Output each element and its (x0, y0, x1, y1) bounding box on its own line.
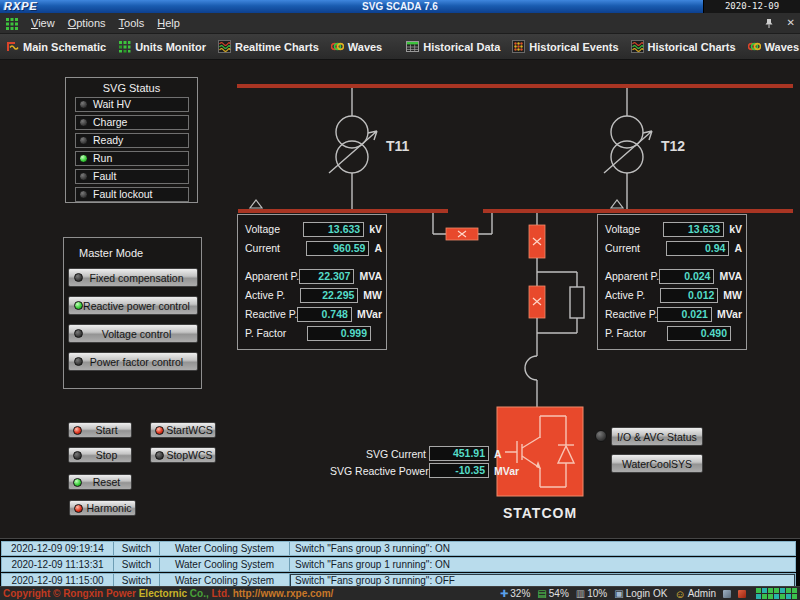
menu-help[interactable]: Help (157, 17, 180, 29)
close-icon[interactable]: ✕ (787, 18, 795, 28)
meter-row: Active P. 0.012 MW (605, 288, 742, 302)
toolbar-waves[interactable]: Waves (331, 40, 382, 53)
harmonic-led (74, 504, 83, 513)
status-label: Ready (93, 134, 123, 147)
master-mode-title: Master Mode (79, 247, 201, 259)
toolbar-historical-events[interactable]: Historical Events (512, 40, 618, 53)
system-tray: ✚ 32% ▤ 54% ▥ 10% ▣ Login OK ☺ Admin (500, 588, 797, 599)
io-avc-status-button[interactable]: I/O & AVC Status (611, 427, 703, 446)
pin-icon[interactable] (764, 18, 774, 29)
waves-records-icon (748, 40, 761, 53)
status-label: Run (93, 152, 112, 165)
login-status-icon: ▣ (614, 589, 623, 599)
network-activity-icon: ✚ (500, 589, 508, 599)
start-led (73, 426, 82, 435)
realtime-charts-icon (218, 40, 231, 53)
toolbar-waves-records[interactable]: Waves Records (748, 40, 800, 53)
reset-led (73, 478, 82, 487)
toolbar: Main Schematic Units Monitor Realtime Ch… (0, 34, 800, 60)
log-type: Switch (114, 558, 160, 571)
log-type: Switch (114, 542, 160, 555)
io-avc-led (595, 430, 607, 442)
mode-button-power-factor-control[interactable]: Power factor control (68, 352, 198, 371)
reset-button[interactable]: Reset (68, 474, 132, 490)
stop-led (73, 451, 82, 460)
watercoolsys-button[interactable]: WaterCoolSYS (611, 454, 703, 473)
log-row[interactable]: 2020-12-09 11:13:31 Switch Water Cooling… (1, 557, 796, 572)
status-label: Wait HV (93, 98, 131, 111)
tray-disk-usage: ▥ 10% (576, 588, 607, 599)
alarm-icon (738, 590, 746, 598)
meter-row: Active P. 22.295 MW (245, 288, 382, 302)
title-bar: RXPE SVG SCADA 7.6 2020-12-09 11:20:15 (0, 0, 800, 13)
schematic-area: T11 T12 (0, 60, 800, 538)
meter-row: Reactive P. 0.748 MVar (245, 307, 382, 321)
reactive-power-value: 0.021 (657, 307, 712, 322)
memory-icon: ▤ (537, 589, 546, 599)
historical-events-icon (512, 40, 525, 53)
power-factor-control-led (74, 357, 83, 366)
window-title: SVG SCADA 7.6 (0, 0, 800, 13)
app-grid-icon (5, 17, 18, 30)
status-label: Charge (93, 116, 127, 129)
meter-row: Voltage 13.633 kV (605, 222, 742, 236)
log-time: 2020-12-09 11:13:31 (2, 558, 114, 571)
reactive-power-control-led (74, 301, 83, 310)
status-label: Fault (93, 170, 116, 183)
log-system: Water Cooling System (160, 542, 290, 555)
log-message: Switch "Fans group 3 running": ON (290, 542, 795, 555)
website-link[interactable]: http://www.rxpe.com/ (233, 588, 334, 599)
apparent-power-value: 0.024 (659, 269, 714, 284)
meter-row: P. Factor 0.999 (245, 326, 382, 340)
status-indicator-charge: Charge (75, 115, 189, 130)
log-row[interactable]: 2020-12-09 09:19:14 Switch Water Cooling… (1, 541, 796, 556)
t12-measurement-panel: Voltage 13.633 kV Current 0.94 A Apparen… (597, 214, 747, 350)
meter-row: P. Factor 0.490 (605, 326, 742, 340)
historical-data-icon (406, 40, 419, 53)
transformer-t12-label: T12 (661, 138, 685, 154)
active-power-value: 22.295 (300, 288, 358, 303)
harmonic-button[interactable]: Harmonic (69, 500, 136, 516)
mode-button-fixed-compensation[interactable]: Fixed compensation (68, 268, 198, 287)
master-mode-panel: Master Mode Fixed compensation Reactive … (63, 237, 202, 389)
power-factor-value: 0.999 (307, 326, 371, 341)
tray-user[interactable]: ☺ Admin (674, 588, 716, 599)
charge-led (79, 118, 88, 127)
tray-login-status[interactable]: ▣ Login OK (614, 588, 667, 599)
run-led (79, 154, 88, 163)
start-button[interactable]: Start (68, 422, 132, 438)
meter-row: Current 0.94 A (605, 241, 742, 255)
statcom-label: STATCOM (503, 505, 577, 521)
meter-row: Apparent P. 22.307 MVA (245, 269, 382, 283)
meter-row: Apparent P. 0.024 MVA (605, 269, 742, 283)
toolbar-units-monitor[interactable]: Units Monitor (118, 40, 206, 53)
mode-button-voltage-control[interactable]: Voltage control (68, 324, 198, 343)
stopwcs-button[interactable]: StopWCS (150, 447, 216, 463)
transformer-t11-symbol[interactable] (329, 88, 377, 209)
transformer-t12-symbol[interactable] (604, 88, 652, 209)
toolbar-historical-charts[interactable]: Historical Charts (631, 40, 736, 53)
log-time: 2020-12-09 09:19:14 (2, 542, 114, 555)
scada-window: RXPE SVG SCADA 7.6 2020-12-09 11:20:15 V… (0, 0, 800, 600)
power-factor-value: 0.490 (667, 326, 731, 341)
log-message: Switch "Fans group 1 running": ON (290, 558, 795, 571)
toolbar-realtime-charts[interactable]: Realtime Charts (218, 40, 319, 53)
mode-button-reactive-power-control[interactable]: Reactive power control (68, 296, 198, 315)
svg-current-row: SVG Current 451.91 A (330, 446, 519, 461)
menu-tools[interactable]: Tools (119, 17, 145, 29)
ready-led (79, 136, 88, 145)
status-indicator-fault: Fault (75, 169, 189, 184)
status-bar: Copyright © Rongxin Power Electornic Co.… (0, 586, 800, 600)
svg-current-value: 451.91 (429, 446, 489, 461)
startwcs-button[interactable]: StartWCS (150, 422, 216, 438)
tray-network-usage: ✚ 32% (500, 588, 530, 599)
current-value: 960.59 (306, 241, 369, 256)
left-bus-bar (238, 209, 448, 213)
voltage-value: 13.633 (303, 222, 364, 237)
stop-button[interactable]: Stop (68, 447, 132, 463)
menu-options[interactable]: Options (68, 17, 106, 29)
toolbar-historical-data[interactable]: Historical Data (406, 40, 500, 53)
toolbar-main-schematic[interactable]: Main Schematic (6, 40, 106, 53)
log-system: Water Cooling System (160, 558, 290, 571)
menu-view[interactable]: View (31, 17, 55, 29)
